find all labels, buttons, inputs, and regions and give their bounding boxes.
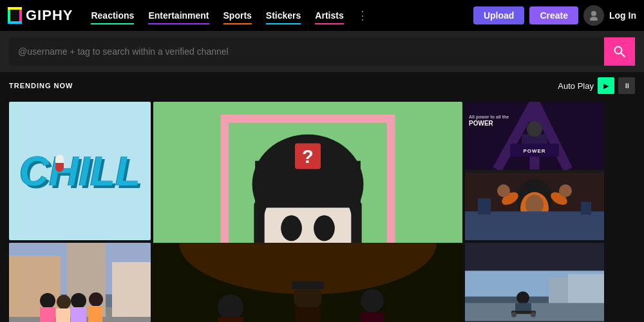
header: GIPHY Reactions Entertainment Sports Sti… (0, 0, 644, 31)
svg-rect-58 (88, 306, 102, 322)
svg-point-61 (218, 294, 243, 320)
svg-text:All power to all the: All power to all the (469, 115, 509, 120)
gif-afro-man[interactable] (465, 173, 604, 241)
upload-button[interactable]: Upload (473, 6, 524, 24)
street-illustration (9, 243, 151, 322)
nav-entertainment[interactable]: Entertainment (142, 8, 215, 23)
gif-right-stack (465, 243, 604, 322)
svg-point-40 (559, 184, 572, 197)
logo-wordmark: GIPHY (26, 7, 73, 24)
svg-point-74 (516, 292, 529, 305)
nav-reactions[interactable]: Reactions (84, 8, 140, 23)
chill-graphic: CHILL (19, 151, 140, 192)
svg-rect-50 (112, 262, 151, 317)
svg-rect-56 (71, 307, 86, 322)
logo-area[interactable]: GIPHY (8, 7, 73, 24)
gif-performance[interactable]: POWER All power to all the POWER (465, 102, 604, 170)
svg-point-66 (361, 289, 384, 312)
gif-chill[interactable]: CHILL (9, 102, 151, 240)
svg-rect-4 (8, 21, 22, 24)
svg-rect-64 (292, 281, 324, 289)
svg-point-5 (591, 11, 596, 16)
trending-label: TRENDING NOW (9, 82, 73, 90)
gif-street[interactable] (9, 243, 151, 322)
svg-point-39 (497, 184, 510, 197)
svg-point-51 (40, 293, 55, 308)
svg-point-29 (527, 121, 542, 137)
search-input[interactable] (9, 37, 604, 66)
svg-point-57 (89, 292, 103, 307)
gif-skateboard[interactable] (465, 243, 604, 322)
header-actions: Upload Create Log In (473, 5, 636, 26)
search-button[interactable] (604, 37, 635, 66)
performance-illustration: POWER All power to all the POWER (465, 102, 604, 170)
svg-rect-65 (295, 307, 321, 322)
nav-stickers[interactable]: Stickers (260, 8, 307, 23)
gif-top-right[interactable]: POWER All power to all the POWER (465, 102, 604, 240)
pause-button[interactable]: ⏸ (618, 77, 635, 94)
svg-rect-67 (361, 312, 384, 322)
svg-rect-3 (8, 7, 22, 10)
svg-point-53 (57, 295, 71, 309)
trending-header: TRENDING NOW Auto Play ▶ ⏸ (0, 72, 644, 99)
svg-point-16 (281, 216, 302, 242)
svg-text:?: ? (302, 147, 314, 167)
club-illustration: born ready. (153, 243, 462, 322)
skate-illustration (465, 243, 604, 322)
svg-line-8 (621, 53, 625, 57)
svg-point-17 (314, 216, 335, 242)
svg-point-77 (511, 312, 516, 317)
svg-rect-43 (478, 198, 491, 214)
gif-club[interactable]: born ready. (153, 243, 462, 322)
autoplay-label: Auto Play (558, 81, 594, 91)
play-button[interactable]: ▶ (598, 77, 614, 94)
create-button[interactable]: Create (529, 6, 578, 24)
svg-rect-62 (218, 317, 243, 322)
user-avatar[interactable] (583, 5, 604, 26)
login-button[interactable]: Log In (609, 10, 636, 21)
nav-sports[interactable]: Sports (217, 8, 258, 23)
gif-grid: CHILL ? (0, 99, 644, 322)
nav-more-button[interactable]: ⋮ (352, 6, 374, 25)
autoplay-controls: Auto Play ▶ ⏸ (558, 77, 635, 94)
main-nav: Reactions Entertainment Sports Stickers … (84, 6, 468, 25)
afro-illustration (465, 173, 604, 241)
chill-text: CHILL (19, 148, 140, 194)
svg-text:POWER: POWER (523, 148, 545, 154)
svg-rect-42 (465, 211, 604, 240)
svg-point-55 (71, 293, 86, 308)
giphy-logo-icon (8, 7, 22, 24)
search-icon (613, 45, 626, 58)
nav-artists[interactable]: Artists (308, 8, 350, 23)
svg-rect-54 (56, 308, 70, 322)
svg-rect-52 (40, 307, 55, 322)
svg-point-78 (531, 312, 536, 317)
svg-rect-44 (581, 202, 591, 214)
search-bar (0, 31, 644, 72)
svg-text:POWER: POWER (469, 120, 494, 127)
svg-point-6 (590, 17, 598, 21)
